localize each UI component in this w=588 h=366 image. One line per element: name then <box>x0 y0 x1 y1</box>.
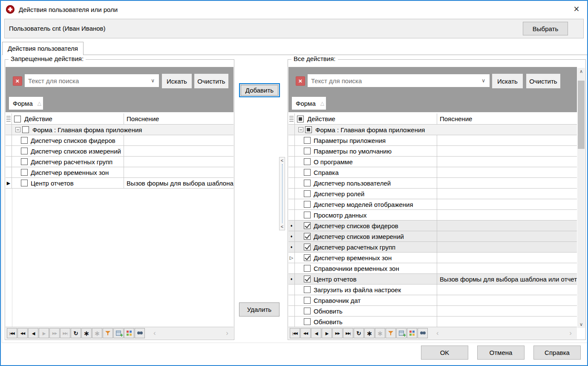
combo-dropdown-icon[interactable]: ∨ <box>149 78 159 84</box>
clear-button[interactable]: Очистить <box>526 74 560 88</box>
cancel-button[interactable]: Отмена <box>477 346 525 360</box>
tab-user-actions[interactable]: Действия пользователя <box>2 42 84 55</box>
row-checkbox[interactable] <box>304 148 311 154</box>
nav-layout-button[interactable] <box>124 328 134 338</box>
column-header-action[interactable]: Действие <box>295 113 437 124</box>
table-row[interactable]: Диспетчер моделей отображения <box>288 199 577 210</box>
table-row[interactable]: Диспетчер временных зон <box>6 167 233 178</box>
row-checkbox[interactable] <box>304 318 311 325</box>
scrollbar-track[interactable] <box>577 75 585 321</box>
clear-button[interactable]: Очистить <box>194 74 228 88</box>
row-checkbox[interactable] <box>304 308 311 314</box>
row-checkbox[interactable] <box>304 222 311 229</box>
nav-layout-button[interactable] <box>407 328 417 338</box>
add-button[interactable]: Добавить <box>239 83 280 97</box>
nav-prev-page-button[interactable]: ◀◀ <box>300 328 311 338</box>
table-row[interactable]: ♦ Центр отчетов Вызов формы для выбора ш… <box>288 274 577 285</box>
row-checkbox[interactable] <box>304 137 311 144</box>
nav-prev-page-button[interactable]: ◀◀ <box>17 328 28 338</box>
nav-last-button[interactable]: ▶▶| <box>60 328 70 338</box>
close-button[interactable]: × <box>566 1 587 17</box>
nav-first-button[interactable]: |◀◀ <box>290 328 300 338</box>
table-row[interactable]: ▶ Центр отчетов Вызов формы для выбора ш… <box>6 178 233 189</box>
clear-search-icon[interactable]: × <box>13 76 22 86</box>
search-button[interactable]: Искать <box>492 74 523 88</box>
splitter[interactable]: < < <box>279 157 285 230</box>
nav-next-button[interactable]: ▶ <box>39 328 49 338</box>
row-checkbox[interactable] <box>304 254 311 261</box>
clear-search-icon[interactable]: × <box>296 76 305 86</box>
collapse-group-icon[interactable] <box>298 127 303 132</box>
table-row[interactable]: Просмотр данных <box>288 210 577 221</box>
nav-prev-button[interactable]: ◀ <box>28 328 38 338</box>
horizontal-scrollbar[interactable]: ‹ › <box>436 329 572 337</box>
group-row[interactable]: Форма : Главная форма приложения <box>288 125 577 135</box>
collapse-left-icon[interactable]: < <box>281 224 283 230</box>
row-checkbox[interactable] <box>21 148 28 154</box>
scrollbar-thumb[interactable] <box>578 81 585 149</box>
nav-filter-button[interactable] <box>386 328 396 338</box>
row-checkbox[interactable] <box>304 190 311 197</box>
table-row[interactable]: Загрузить из файла настроек <box>288 285 577 295</box>
nav-next-button[interactable]: ▶ <box>322 328 332 338</box>
row-checkbox[interactable] <box>304 286 311 293</box>
nav-refresh-button[interactable]: ↻ <box>354 328 364 338</box>
collapse-left-icon[interactable]: < <box>281 157 283 164</box>
nav-bookmark-goto-button[interactable]: ∗ <box>375 328 385 338</box>
column-header-note[interactable]: Пояснение <box>124 113 233 124</box>
table-row[interactable]: Справка <box>288 167 577 178</box>
group-checkbox[interactable] <box>22 126 29 133</box>
combo-dropdown-icon[interactable]: ∨ <box>480 78 490 84</box>
nav-bookmark-button[interactable]: ∗ <box>81 328 92 338</box>
table-row[interactable]: Справочник дат <box>288 295 577 306</box>
table-row[interactable]: ♦ Диспетчер списков измерений <box>288 231 577 242</box>
nav-find-button[interactable] <box>135 328 145 338</box>
nav-next-page-button[interactable]: ▶▶ <box>49 328 60 338</box>
row-checkbox[interactable] <box>304 201 311 208</box>
row-checkbox[interactable] <box>21 180 28 186</box>
search-combobox[interactable]: ∨ <box>308 74 490 87</box>
select-all-checkbox[interactable] <box>14 116 21 122</box>
table-row[interactable]: Параметры по умолчанию <box>288 146 577 157</box>
table-row[interactable]: Справочники временных зон <box>288 263 577 274</box>
table-row[interactable]: Диспетчер ролей <box>288 189 577 199</box>
table-row[interactable]: ▷ Диспетчер временных зон <box>288 253 577 263</box>
nav-bookmark-goto-button[interactable]: ∗ <box>92 328 102 338</box>
nav-prev-button[interactable]: ◀ <box>311 328 321 338</box>
column-header-note[interactable]: Пояснение <box>437 113 577 124</box>
scroll-down-icon[interactable]: ∨ <box>577 321 585 328</box>
nav-filter-button[interactable] <box>103 328 113 338</box>
table-row[interactable]: Параметры приложения <box>288 135 577 146</box>
row-checkbox[interactable] <box>304 276 311 282</box>
nav-last-button[interactable]: ▶▶| <box>343 328 353 338</box>
search-input[interactable] <box>25 77 149 84</box>
search-input[interactable] <box>308 77 480 84</box>
ok-button[interactable]: OK <box>421 346 468 360</box>
table-row[interactable]: Диспетчер пользователей <box>288 178 577 189</box>
group-row[interactable]: Форма : Главная форма приложения <box>6 125 233 135</box>
nav-find-button[interactable] <box>418 328 428 338</box>
table-row[interactable]: ♦ Диспетчер списков фидеров <box>288 221 577 231</box>
scroll-up-icon[interactable]: ∧ <box>577 68 585 75</box>
row-checkbox[interactable] <box>304 244 311 250</box>
nav-next-page-button[interactable]: ▶▶ <box>332 328 343 338</box>
row-checkbox[interactable] <box>304 212 311 218</box>
row-checkbox[interactable] <box>304 158 311 165</box>
row-checkbox[interactable] <box>21 158 28 165</box>
row-checkbox[interactable] <box>304 233 311 240</box>
search-button[interactable]: Искать <box>162 74 192 88</box>
select-all-checkbox[interactable] <box>297 116 304 122</box>
nav-save-layout-button[interactable] <box>113 328 124 338</box>
nav-save-layout-button[interactable] <box>396 328 406 338</box>
remove-button[interactable]: Удалить <box>239 302 280 317</box>
table-row[interactable]: Обновить <box>288 317 577 327</box>
group-checkbox[interactable] <box>305 126 312 133</box>
table-row[interactable]: Обновить <box>288 306 577 317</box>
nav-first-button[interactable]: |◀◀ <box>7 328 17 338</box>
table-row[interactable]: Диспетчер списков фидеров <box>6 135 233 146</box>
row-checkbox[interactable] <box>304 180 311 186</box>
table-row[interactable]: Диспетчер списков измерений <box>6 146 233 157</box>
table-row[interactable]: О программе <box>288 157 577 167</box>
table-row[interactable]: ♦ Диспетчер расчетных групп <box>288 242 577 253</box>
vertical-scrollbar[interactable]: ∧ ∨ <box>577 68 585 328</box>
